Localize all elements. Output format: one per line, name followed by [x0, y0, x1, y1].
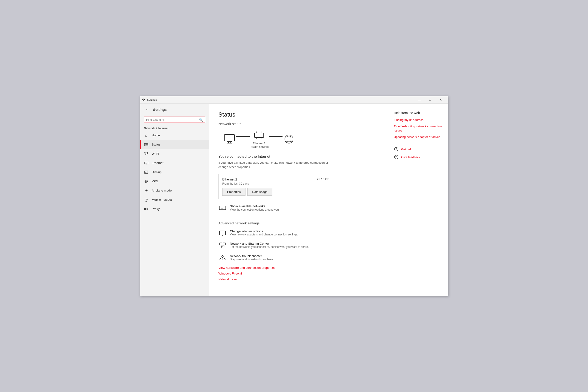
windows-firewall-link[interactable]: Windows Firewall: [218, 272, 379, 275]
sharing-icon: [218, 241, 227, 250]
globe-icon: [283, 133, 295, 145]
wifi-icon: [144, 152, 148, 156]
available-networks-text: Show available networks View the connect…: [230, 204, 280, 211]
search-box[interactable]: 🔍: [144, 116, 205, 123]
nav-label-hotspot: Mobile hotspot: [152, 198, 172, 202]
svg-rect-21: [224, 134, 234, 141]
troubleshooter-sub: Diagnose and fix network problems.: [230, 258, 274, 261]
adapter-text: Change adapter options View network adap…: [230, 230, 298, 236]
sidebar-item-wifi[interactable]: Wi-Fi: [140, 149, 209, 158]
get-help-action[interactable]: ? Get help: [394, 147, 442, 152]
data-usage-button[interactable]: Data usage: [247, 188, 272, 196]
proxy-icon: [144, 207, 148, 211]
nav-label-ethernet: Ethernet: [152, 161, 163, 164]
hardware-properties-link[interactable]: View hardware and connection properties: [218, 266, 379, 270]
sidebar-item-home[interactable]: ⌂ Home: [140, 131, 209, 140]
ethernet-card-header: Ethernet 2 25.16 GB: [222, 178, 329, 181]
adapter-title: Change adapter options: [230, 230, 298, 233]
troubleshooter-icon: [218, 254, 227, 262]
main-content: Status Network status: [209, 104, 388, 296]
advanced-item-troubleshooter[interactable]: Network troubleshooter Diagnose and fix …: [218, 254, 379, 262]
window-title: Settings: [147, 98, 414, 102]
close-button[interactable]: ✕: [435, 96, 446, 104]
net-line-1: [236, 136, 250, 137]
settings-window: ⚙ Settings — ☐ ✕ ← Settings 🔍 Network & …: [140, 96, 448, 296]
nav-label-dialup: Dial-up: [152, 170, 162, 174]
sidebar-header: ← Settings: [140, 104, 209, 116]
properties-button[interactable]: Properties: [222, 188, 245, 196]
connected-title: You're connected to the Internet: [218, 154, 379, 159]
svg-point-18: [144, 208, 146, 210]
give-feedback-label: Give feedback: [401, 156, 420, 159]
advanced-item-sharing[interactable]: Network and Sharing Center For the netwo…: [218, 241, 379, 250]
ethernet-usage: 25.16 GB: [317, 178, 329, 181]
help-link-troubleshooting[interactable]: Troubleshooting network connection issue…: [394, 124, 442, 133]
sidebar-category: Network & Internet: [140, 125, 209, 131]
sharing-sub: For the networks you connect to, decide …: [230, 245, 309, 248]
sidebar-item-hotspot[interactable]: Mobile hotspot: [140, 195, 209, 204]
network-reset-link[interactable]: Network reset: [218, 278, 379, 281]
svg-point-54: [222, 259, 223, 259]
ethernet-buttons: Properties Data usage: [222, 188, 329, 196]
show-available-networks[interactable]: Show available networks View the connect…: [218, 202, 379, 214]
adapter-sub: View network adapters and change connect…: [230, 233, 298, 236]
get-help-icon: ?: [394, 147, 399, 152]
minimize-button[interactable]: —: [414, 96, 425, 104]
sidebar-item-vpn[interactable]: VPN: [140, 177, 209, 186]
sidebar-item-airplane[interactable]: ✈ Airplane mode: [140, 186, 209, 195]
ethernet-name: Ethernet 2: [222, 178, 237, 181]
computer-icon: [223, 133, 236, 145]
help-divider: [394, 143, 442, 143]
switch-icon: Ethernet 2 Private network: [250, 130, 269, 149]
sharing-title: Network and Sharing Center: [230, 242, 309, 245]
airplane-icon: ✈: [144, 188, 148, 193]
troubleshooter-text: Network troubleshooter Diagnose and fix …: [230, 254, 274, 261]
back-icon: ←: [145, 108, 149, 112]
svg-rect-10: [145, 171, 148, 174]
window-controls: — ☐ ✕: [414, 96, 446, 104]
sidebar-item-ethernet[interactable]: Ethernet: [140, 158, 209, 168]
troubleshooter-title: Network troubleshooter: [230, 254, 274, 258]
titlebar: ⚙ Settings — ☐ ✕: [140, 96, 448, 104]
available-networks-title: Show available networks: [230, 204, 280, 208]
advanced-item-adapter[interactable]: Change adapter options View network adap…: [218, 229, 379, 237]
right-panel: Help from the web Finding my IP address …: [388, 104, 448, 296]
nav-label-status: Status: [152, 143, 160, 146]
search-icon: 🔍: [199, 118, 203, 122]
nav-label-airplane: Airplane mode: [152, 189, 172, 192]
sidebar-item-status[interactable]: Status: [140, 140, 209, 149]
advanced-settings-title: Advanced network settings: [218, 221, 379, 225]
sidebar-item-dialup[interactable]: Dial-up: [140, 168, 209, 177]
vpn-icon: [144, 179, 148, 184]
search-input[interactable]: [146, 118, 199, 122]
ethernet-card: Ethernet 2 25.16 GB From the last 30 day…: [218, 174, 333, 199]
page-title: Status: [218, 111, 379, 118]
sidebar-item-proxy[interactable]: Proxy: [140, 204, 209, 214]
connected-sub: If you have a limited data plan, you can…: [218, 160, 329, 170]
nav-label-wifi: Wi-Fi: [152, 152, 159, 156]
give-feedback-action[interactable]: Give feedback: [394, 154, 442, 160]
adapter-icon: [218, 229, 227, 237]
available-networks-sub: View the connection options around you.: [230, 208, 280, 211]
svg-rect-26: [254, 133, 264, 138]
help-link-ip[interactable]: Finding my IP address: [394, 118, 442, 122]
maximize-button[interactable]: ☐: [425, 96, 435, 104]
network-diagram: Ethernet 2 Private network: [218, 130, 379, 149]
svg-text:?: ?: [396, 148, 397, 150]
ethernet2-label: Ethernet 2 Private network: [250, 142, 269, 149]
get-help-label: Get help: [401, 148, 412, 151]
nav-label-proxy: Proxy: [152, 207, 160, 210]
svg-rect-5: [144, 162, 148, 164]
nav-label-vpn: VPN: [152, 180, 158, 183]
status-icon: [144, 142, 148, 147]
available-networks-icon: [218, 204, 227, 212]
net-line-2: [269, 136, 283, 137]
help-link-driver[interactable]: Updating network adapter or driver: [394, 135, 442, 139]
network-status-label: Network status: [218, 122, 379, 126]
back-button[interactable]: ←: [144, 106, 150, 113]
dialup-icon: [144, 170, 148, 174]
ethernet-period: From the last 30 days: [222, 182, 329, 185]
help-title: Help from the web: [394, 111, 442, 115]
svg-rect-42: [219, 231, 225, 235]
sidebar-title: Settings: [153, 108, 167, 112]
